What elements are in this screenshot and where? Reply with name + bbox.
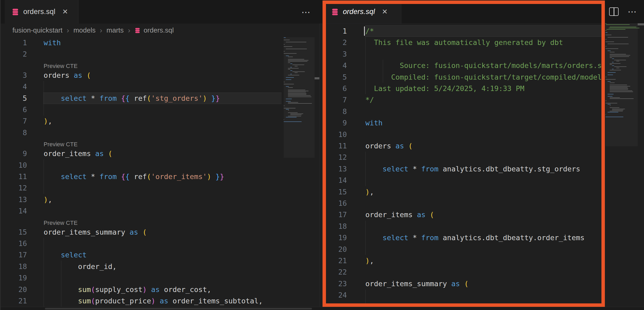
code-line-6[interactable]: 6 Last updated: 5/24/2025, 4:19:33 PM — [319, 83, 644, 94]
minimap-line — [292, 65, 304, 65]
code-line-16[interactable]: 16 — [0, 238, 319, 249]
minimap-line — [288, 57, 293, 57]
minimap-line — [608, 72, 616, 73]
code-line-13[interactable]: 13 select * from analytics.dbt_dbeatty.s… — [319, 163, 644, 175]
line-number: 12 — [0, 182, 27, 194]
minimap-right[interactable] — [605, 0, 638, 307]
code-line-7[interactable]: 7), — [0, 115, 319, 127]
editor-group-left: orders.sql ✕ ⋯ fusion-quickstart›models›… — [0, 0, 320, 310]
minimap-line — [295, 66, 298, 66]
code-line-17[interactable]: 17 select — [0, 249, 319, 261]
code-line-4[interactable]: 4 — [0, 81, 319, 92]
code-text: with — [365, 117, 604, 129]
minimap-line — [608, 94, 614, 94]
code-line-14[interactable]: 14 — [319, 175, 644, 186]
minimap-line — [605, 77, 606, 77]
code-text: order_id, — [44, 261, 284, 272]
code-line-2[interactable]: 2 — [0, 48, 319, 60]
code-line-2[interactable]: 2 This file was automatically generated … — [319, 37, 644, 48]
code-line-14[interactable]: 14 — [0, 205, 319, 217]
code-lens-preview-cte[interactable]: Preview CTE — [44, 220, 77, 226]
code-line-22[interactable]: 22 — [319, 266, 644, 278]
minimap-line — [608, 104, 611, 104]
line-number: 24 — [319, 289, 347, 301]
line-number: 15 — [319, 186, 347, 198]
code-line-19[interactable]: 19 — [0, 272, 319, 284]
code-line-18[interactable]: 18 order_id, — [0, 261, 319, 272]
minimap-line — [288, 93, 306, 94]
code-text: sum(product_price) as order_items_subtot… — [44, 295, 284, 307]
minimap-line — [288, 116, 301, 116]
code-line-15[interactable]: 15), — [319, 186, 644, 198]
code-line-12[interactable]: 12 — [319, 152, 644, 163]
minimap-line — [284, 119, 284, 120]
code-line-1[interactable]: 1/* — [319, 25, 644, 37]
code-line-8[interactable]: 8 — [319, 106, 644, 117]
code-line-11[interactable]: 11orders as ( — [319, 140, 644, 152]
code-line-4[interactable]: 4 Source: fusion-quickstart/models/marts… — [319, 60, 644, 71]
line-number: 17 — [319, 209, 347, 220]
code-lens-preview-cte[interactable]: Preview CTE — [44, 141, 77, 148]
minimap-line — [288, 62, 290, 63]
code-line-21[interactable]: 21 sum(product_price) as order_items_sub… — [0, 295, 319, 307]
line-number: 8 — [0, 127, 27, 138]
minimap-line — [288, 87, 293, 88]
code-line-9[interactable]: 9order_items as ( — [0, 148, 319, 159]
minimap-line — [605, 103, 617, 103]
code-text: select * from {{ ref('order_items') }} — [44, 171, 284, 182]
code-line-1[interactable]: 1with — [0, 37, 319, 48]
code-line-5[interactable]: 5 Compiled: fusion-quickstart/target/com… — [319, 71, 644, 83]
window-left-edge — [0, 0, 1, 310]
minimap-line — [612, 69, 614, 69]
code-text: orders as ( — [365, 140, 604, 152]
code-line-24[interactable]: 24 — [319, 289, 644, 301]
code-line-10[interactable]: 10 — [319, 129, 644, 140]
line-number: 16 — [0, 238, 27, 249]
code-line-11[interactable]: 11 select * from {{ ref('order_items') }… — [0, 171, 319, 182]
code-line-23[interactable]: 23order_items_summary as ( — [319, 278, 644, 289]
line-number: 7 — [319, 94, 347, 106]
code-line-3[interactable]: 3orders as ( — [0, 70, 319, 81]
minimap-line — [286, 49, 307, 49]
minimap-line — [286, 101, 291, 102]
minimap-left[interactable] — [284, 0, 315, 307]
code-line-12[interactable]: 12 — [0, 182, 319, 194]
line-number: 22 — [319, 266, 347, 278]
code-line-7[interactable]: 7*/ — [319, 94, 644, 106]
code-text: /* — [365, 25, 604, 37]
indent-guide — [365, 152, 366, 186]
code-line-6[interactable]: 6 — [0, 104, 319, 115]
minimap-line — [290, 113, 303, 114]
code-text: This file was automatically generated by… — [365, 37, 604, 48]
line-number: 9 — [319, 117, 347, 129]
indent-guide — [44, 159, 44, 194]
code-line-13[interactable]: 13), — [0, 194, 319, 205]
code-line-5[interactable]: 5 select * from {{ ref('stg_orders') }} — [0, 93, 319, 104]
code-line-3[interactable]: 3 — [319, 48, 644, 60]
code-line-9[interactable]: 9with — [319, 117, 644, 129]
minimap-line — [286, 86, 289, 87]
code-text: sum(supply_cost) as order_cost, — [44, 284, 284, 295]
code-line-21[interactable]: 21), — [319, 255, 644, 266]
code-line-15[interactable]: 15order_items_summary as ( — [0, 226, 319, 238]
code-editor-right[interactable]: 1/*2 This file was automatically generat… — [319, 0, 644, 310]
code-line-17[interactable]: 17order_items as ( — [319, 209, 644, 220]
code-line-20[interactable]: 20 sum(supply_cost) as order_cost, — [0, 284, 319, 295]
minimap-line — [610, 56, 629, 57]
code-lens-preview-cte[interactable]: Preview CTE — [44, 63, 77, 70]
code-editor-left[interactable]: 1with2Preview CTE3orders as (45 select *… — [0, 0, 319, 310]
line-number: 6 — [319, 83, 347, 94]
horizontal-scrollbar[interactable] — [45, 308, 312, 309]
minimap-line — [614, 60, 626, 60]
code-line-10[interactable]: 10 — [0, 159, 319, 171]
code-line-19[interactable]: 19 select * from analytics.dbt_dbeatty.o… — [319, 232, 644, 243]
minimap-line — [610, 98, 633, 99]
code-line-20[interactable]: 20 — [319, 244, 644, 255]
minimap-line — [610, 63, 620, 64]
minimap-line — [286, 99, 292, 99]
indent-guide — [61, 261, 61, 307]
code-line-16[interactable]: 16 — [319, 198, 644, 209]
code-line-8[interactable]: 8 — [0, 127, 319, 138]
code-line-18[interactable]: 18 — [319, 221, 644, 232]
minimap-line — [288, 61, 307, 62]
